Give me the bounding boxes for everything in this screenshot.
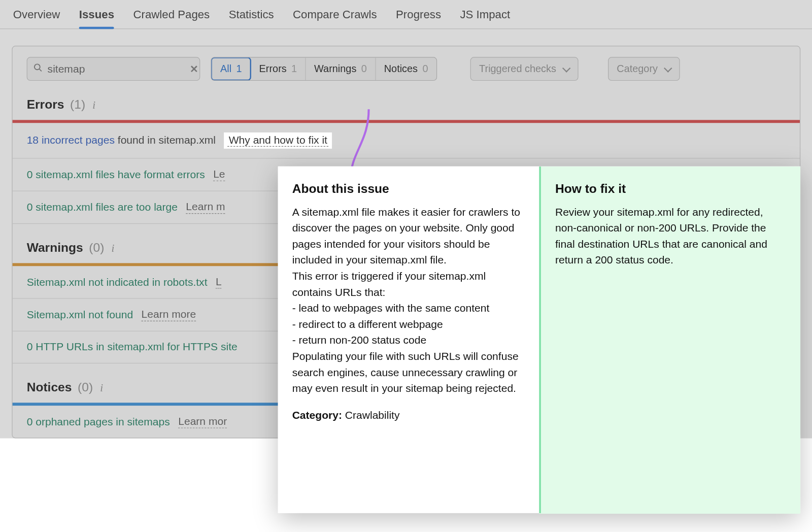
why-fix-highlight: Why and how to fix it (224, 132, 332, 149)
warnings-title: Warnings (27, 241, 83, 255)
errors-title: Errors (27, 97, 64, 112)
errors-header: Errors (1) i (13, 81, 800, 120)
fix-title: How to fix it (555, 179, 786, 198)
filter-seg-all[interactable]: All1 (211, 57, 251, 81)
learn-more-link[interactable]: Learn more (142, 308, 196, 321)
notices-title: Notices (27, 380, 72, 394)
fix-body: Review your sitemap.xml for any redirect… (555, 204, 786, 268)
search-input[interactable] (48, 62, 185, 75)
tab-statistics[interactable]: Statistics (229, 6, 274, 28)
triggered-checks-dropdown[interactable]: Triggered checks (470, 57, 579, 81)
issue-explanation-popup: About this issue A sitemap.xml file make… (278, 167, 801, 513)
triggered-checks-label: Triggered checks (479, 63, 556, 75)
category-label: Category: (292, 409, 342, 421)
tab-issues[interactable]: Issues (79, 6, 114, 28)
clear-icon[interactable]: ✕ (190, 62, 198, 75)
issue-text: found in sitemap.xml (118, 134, 216, 146)
tab-progress[interactable]: Progress (396, 6, 441, 28)
about-panel: About this issue A sitemap.xml file make… (278, 167, 539, 513)
issue-row[interactable]: 18 incorrect pages found in sitemap.xml … (13, 123, 800, 158)
tab-compare-crawls[interactable]: Compare Crawls (293, 6, 377, 28)
category-line: Category: Crawlability (292, 407, 525, 423)
issue-text[interactable]: 0 orphaned pages in sitemaps (27, 415, 170, 428)
tab-overview[interactable]: Overview (13, 6, 60, 28)
filter-seg-warnings[interactable]: Warnings0 (306, 57, 376, 80)
category-label: Category (617, 63, 658, 75)
search-icon (33, 63, 43, 75)
warnings-count: (0) (89, 241, 104, 255)
learn-more-link[interactable]: L (216, 276, 222, 289)
filter-segments: All1Errors1Warnings0Notices0 (211, 57, 437, 81)
info-icon[interactable]: i (111, 242, 114, 255)
category-value: Crawlability (345, 409, 400, 421)
learn-more-link[interactable]: Learn m (186, 201, 225, 214)
info-icon[interactable]: i (100, 382, 103, 394)
learn-more-link[interactable]: Learn mor (178, 415, 227, 428)
about-body: A sitemap.xml file makes it easier for c… (292, 204, 525, 396)
tab-js-impact[interactable]: JS Impact (460, 6, 510, 28)
filter-row: ✕ All1Errors1Warnings0Notices0 Triggered… (13, 46, 800, 81)
nav-tabs: OverviewIssuesCrawled PagesStatisticsCom… (0, 0, 812, 29)
chevron-down-icon (664, 65, 671, 73)
learn-more-link[interactable]: Le (213, 168, 225, 181)
issue-text[interactable]: 0 HTTP URLs in sitemap.xml for HTTPS sit… (27, 341, 238, 354)
fix-panel: How to fix it Review your sitemap.xml fo… (539, 167, 800, 513)
issue-text[interactable]: 0 sitemap.xml files have format errors (27, 169, 205, 181)
svg-line-1 (40, 69, 42, 71)
category-dropdown[interactable]: Category (608, 57, 680, 81)
issue-text[interactable]: Sitemap.xml not found (27, 309, 133, 321)
issue-link[interactable]: 18 incorrect pages (27, 134, 115, 146)
filter-seg-notices[interactable]: Notices0 (376, 57, 436, 80)
errors-count: (1) (70, 97, 85, 112)
notices-count: (0) (78, 380, 93, 394)
why-and-how-link[interactable]: Why and how to fix it (227, 134, 328, 147)
about-title: About this issue (292, 179, 525, 198)
filter-seg-errors[interactable]: Errors1 (251, 57, 306, 80)
issue-text[interactable]: 0 sitemap.xml files are too large (27, 201, 178, 214)
info-icon[interactable]: i (92, 99, 95, 112)
tab-crawled-pages[interactable]: Crawled Pages (133, 6, 210, 28)
chevron-down-icon (562, 65, 569, 73)
search-box[interactable]: ✕ (27, 57, 200, 81)
svg-point-0 (35, 64, 40, 70)
issue-text[interactable]: Sitemap.xml not indicated in robots.txt (27, 276, 208, 288)
